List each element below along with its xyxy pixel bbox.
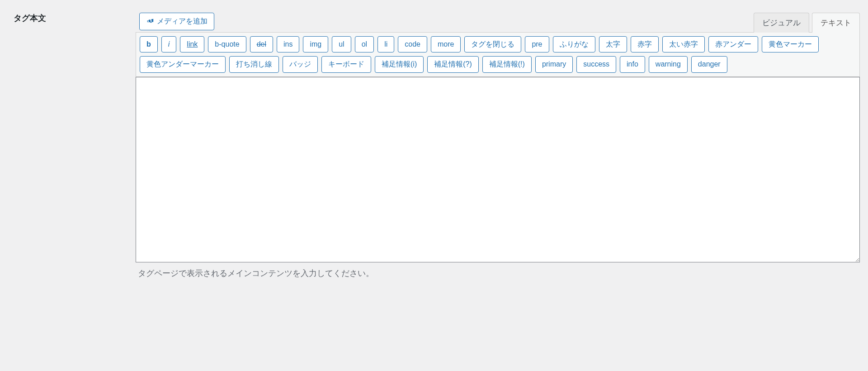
qt-link-button[interactable]: link — [180, 36, 204, 52]
qt-info-ex-button[interactable]: 補足情報(!) — [482, 56, 532, 72]
qt-red-text-button[interactable]: 赤字 — [631, 36, 659, 52]
help-text: タグページで表示されるメインコンテンツを入力してください。 — [136, 262, 860, 279]
qt-img-button[interactable]: img — [303, 36, 328, 52]
qt-bold-red-text-button[interactable]: 太い赤字 — [662, 36, 705, 52]
qt-yellow-marker-button[interactable]: 黄色マーカー — [762, 36, 819, 52]
qt-warning-button[interactable]: warning — [649, 56, 688, 72]
field-label: タグ本文 — [14, 14, 46, 23]
qt-info-i-button[interactable]: 補足情報(i) — [375, 56, 424, 72]
qt-bold-text-button[interactable]: 太字 — [599, 36, 627, 52]
qt-danger-button[interactable]: danger — [691, 56, 727, 72]
qt-more-button[interactable]: more — [431, 36, 461, 52]
qt-yellow-under-marker-button[interactable]: 黄色アンダーマーカー — [140, 56, 226, 72]
add-media-label: メディアを追加 — [157, 17, 208, 26]
content-textarea[interactable] — [136, 77, 860, 262]
qt-primary-button[interactable]: primary — [535, 56, 573, 72]
qt-code-button[interactable]: code — [398, 36, 427, 52]
qt-li-button[interactable]: li — [377, 36, 394, 52]
qt-ins-button[interactable]: ins — [277, 36, 299, 52]
qt-del-button[interactable]: del — [250, 36, 273, 52]
qt-red-under-button[interactable]: 赤アンダー — [708, 36, 758, 52]
editor-tabs: ビジュアル テキスト — [751, 13, 860, 33]
qt-info-button[interactable]: info — [620, 56, 645, 72]
qt-italic-button[interactable]: i — [161, 36, 177, 52]
qt-close-tags-button[interactable]: タグを閉じる — [464, 36, 521, 52]
qt-info-q-button[interactable]: 補足情報(?) — [427, 56, 479, 72]
qt-strikethrough-button[interactable]: 打ち消し線 — [229, 56, 279, 72]
add-media-button[interactable]: メディアを追加 — [139, 13, 214, 30]
qt-ul-button[interactable]: ul — [332, 36, 351, 52]
qt-badge-button[interactable]: バッジ — [283, 56, 318, 72]
tab-visual[interactable]: ビジュアル — [754, 13, 809, 33]
qt-furigana-button[interactable]: ふりがな — [553, 36, 595, 52]
camera-music-icon — [146, 18, 154, 26]
qt-bold-button[interactable]: b — [140, 36, 158, 52]
qt-success-button[interactable]: success — [576, 56, 616, 72]
qt-pre-button[interactable]: pre — [525, 36, 549, 52]
qt-keyboard-button[interactable]: キーボード — [321, 56, 371, 72]
quicktags-toolbar: b i link b-quote del ins img ul ol li co… — [136, 32, 860, 77]
tab-text[interactable]: テキスト — [812, 13, 860, 33]
qt-ol-button[interactable]: ol — [355, 36, 374, 52]
qt-blockquote-button[interactable]: b-quote — [208, 36, 246, 52]
